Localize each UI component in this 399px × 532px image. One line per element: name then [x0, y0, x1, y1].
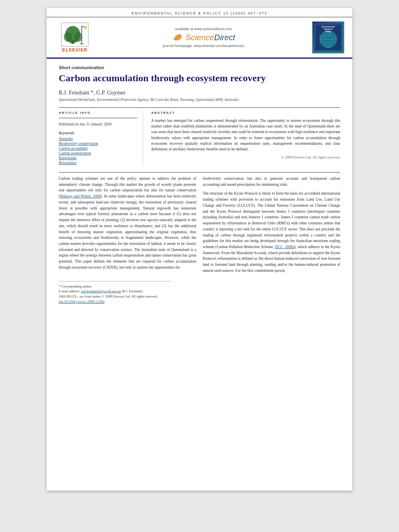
svg-text:Policy: Policy	[325, 31, 331, 33]
abstract-label: ABSTRACT	[151, 111, 340, 115]
journal-header: ENVIRONMENTAL SCIENCE & POLICY 12 (2009)…	[47, 8, 352, 17]
article-info-abstract: ARTICLE INFO Published on line 31 Januar…	[59, 111, 340, 166]
svg-text:Science &: Science &	[324, 28, 333, 30]
body-divider	[59, 172, 340, 173]
svg-point-2	[64, 32, 72, 42]
footnote-star: * Corresponding author.	[59, 284, 340, 289]
keyword-biodiversity[interactable]: Biodiversity conservation	[59, 142, 137, 146]
article-info-section: ARTICLE INFO Published on line 31 Januar…	[59, 111, 143, 166]
article-body: Short communication Carbon accumulation …	[47, 59, 352, 312]
logo-bar: ELSEVIER available at www.sciencedirect.…	[47, 17, 352, 59]
text-col-left: Carbon trading schemes are one of the po…	[59, 176, 196, 277]
sd-brand-text: ScienceDirect	[185, 33, 235, 42]
text-col-right: biodiversity conservation, but also to g…	[203, 176, 340, 277]
main-text: Carbon trading schemes are one of the po…	[59, 176, 340, 277]
published-date: Published on line 31 January 2009	[59, 121, 137, 127]
sciencedirect-logo: ScienceDirect	[95, 33, 312, 42]
abstract-section: ABSTRACT A market has emerged for carbon…	[151, 111, 340, 166]
copyright: © 2008 Elsevier Ltd. All rights reserved…	[151, 155, 340, 159]
keyword-rangelands[interactable]: Rangelands	[59, 156, 137, 160]
center-header: available at www.sciencedirect.com Scien…	[95, 27, 312, 48]
svg-point-3	[74, 32, 82, 42]
abstract-text: A market has emerged for carbon sequeste…	[151, 118, 340, 152]
main-para-2: biodiversity conservation, but also to g…	[203, 176, 340, 187]
footnote-divider	[59, 281, 171, 281]
info-divider	[59, 118, 137, 118]
svg-text:Environmental: Environmental	[322, 26, 335, 28]
keyword-restoration[interactable]: Restoration	[59, 161, 137, 165]
footnote: * Corresponding author. E-mail address: …	[59, 284, 340, 304]
article-divider	[59, 107, 340, 108]
available-text: available at www.sciencedirect.com	[95, 27, 312, 31]
ref-dcc[interactable]: DCC, 2008a	[275, 245, 294, 249]
section-label: Short communication	[59, 65, 340, 70]
article-info-label: ARTICLE INFO	[59, 111, 137, 115]
email-link[interactable]: rod.fensham@epa.qld.gov.au	[81, 289, 121, 293]
main-para-3: The structure of the Kyoto Protocol is l…	[203, 191, 340, 273]
elsevier-logo: ELSEVIER	[55, 23, 95, 52]
keyword-carbon-accounting[interactable]: Carbon accounting	[59, 146, 137, 150]
article-title: Carbon accumulation through ecosystem re…	[59, 72, 340, 84]
elsevier-text: ELSEVIER	[62, 47, 87, 52]
footnote-doi: 1462-9011/$ – see front matter © 2008 El…	[59, 294, 340, 299]
main-para-1: Carbon trading schemes are one of the po…	[59, 176, 196, 271]
svg-point-7	[83, 26, 87, 29]
doi-link[interactable]: doi:10.1016/j.envsci.2008.12.002	[59, 300, 105, 304]
keywords-label: Keywords:	[59, 131, 137, 135]
authors: R.J. Fensham *, G.P. Guymer	[59, 90, 340, 96]
keywords-list: Australia Biodiversity conservation Carb…	[59, 137, 137, 165]
footnote-doi-link: doi:10.1016/j.envsci.2008.12.002	[59, 299, 340, 304]
keyword-australia[interactable]: Australia	[59, 137, 137, 141]
ref-bekessy[interactable]: Bekessy and Wintle, 2008	[60, 194, 101, 198]
journal-homepage: journal homepage: www.elsevier.com/locat…	[95, 44, 312, 48]
footnote-email: E-mail address: rod.fensham@epa.qld.gov.…	[59, 289, 340, 294]
journal-cover: Environmental Science & Policy	[312, 21, 344, 53]
keyword-carbon-sequestration[interactable]: Carbon sequestration	[59, 151, 137, 155]
affiliation: Queensland Herbarium, Environmental Prot…	[59, 98, 340, 102]
